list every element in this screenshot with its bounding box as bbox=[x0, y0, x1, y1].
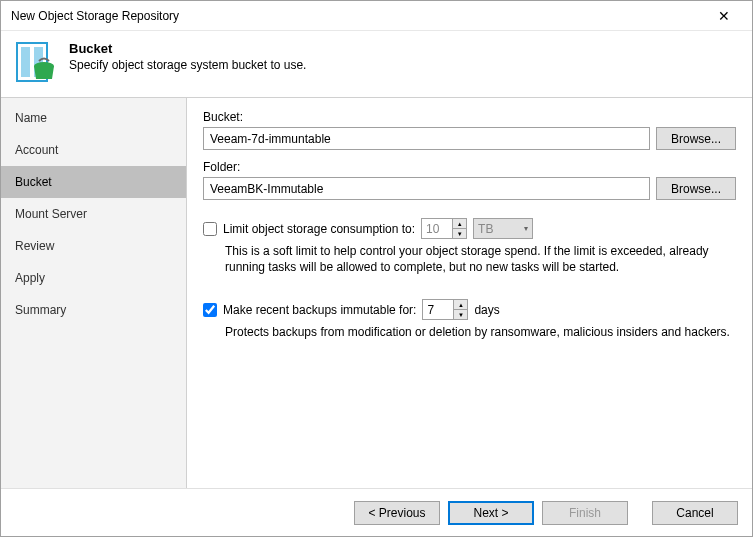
limit-unit-select[interactable]: TB ▾ bbox=[473, 218, 533, 239]
chevron-down-icon[interactable]: ▼ bbox=[454, 310, 467, 319]
wizard-sidebar: Name Account Bucket Mount Server Review … bbox=[1, 98, 187, 488]
folder-group: Folder: Browse... bbox=[203, 160, 736, 200]
limit-label: Limit object storage consumption to: bbox=[223, 222, 415, 236]
sidebar-item-name[interactable]: Name bbox=[1, 102, 186, 134]
sidebar-item-mount-server[interactable]: Mount Server bbox=[1, 198, 186, 230]
bucket-label: Bucket: bbox=[203, 110, 736, 124]
immutable-checkbox[interactable] bbox=[203, 303, 217, 317]
sidebar-item-account[interactable]: Account bbox=[1, 134, 186, 166]
folder-label: Folder: bbox=[203, 160, 736, 174]
header-text: Bucket Specify object storage system buc… bbox=[69, 41, 306, 72]
bucket-input[interactable] bbox=[203, 127, 650, 150]
dialog-window: New Object Storage Repository ✕ Bucket S… bbox=[0, 0, 753, 537]
sidebar-item-apply[interactable]: Apply bbox=[1, 262, 186, 294]
immutable-unit: days bbox=[474, 303, 499, 317]
header-desc: Specify object storage system bucket to … bbox=[69, 58, 306, 72]
limit-help-text: This is a soft limit to help control you… bbox=[225, 243, 736, 275]
immutable-spinner[interactable]: ▲ ▼ bbox=[422, 299, 468, 320]
sidebar-item-bucket[interactable]: Bucket bbox=[1, 166, 186, 198]
immutable-spinner-buttons[interactable]: ▲ ▼ bbox=[453, 300, 467, 319]
limit-spinner-buttons[interactable]: ▲ ▼ bbox=[452, 219, 466, 238]
immutable-label: Make recent backups immutable for: bbox=[223, 303, 416, 317]
window-title: New Object Storage Repository bbox=[11, 9, 704, 23]
chevron-up-icon[interactable]: ▲ bbox=[454, 300, 467, 310]
immutable-value[interactable] bbox=[423, 300, 453, 319]
immutable-section: Make recent backups immutable for: ▲ ▼ d… bbox=[203, 291, 736, 340]
previous-button[interactable]: < Previous bbox=[354, 501, 440, 525]
sidebar-item-review[interactable]: Review bbox=[1, 230, 186, 262]
svg-rect-1 bbox=[21, 47, 30, 77]
chevron-down-icon: ▾ bbox=[524, 224, 528, 233]
chevron-down-icon[interactable]: ▼ bbox=[453, 229, 466, 238]
main-panel: Bucket: Browse... Folder: Browse... Limi… bbox=[187, 98, 752, 488]
titlebar: New Object Storage Repository ✕ bbox=[1, 1, 752, 31]
limit-section: Limit object storage consumption to: ▲ ▼… bbox=[203, 210, 736, 275]
finish-button: Finish bbox=[542, 501, 628, 525]
bucket-group: Bucket: Browse... bbox=[203, 110, 736, 150]
close-icon: ✕ bbox=[718, 8, 730, 24]
cancel-button[interactable]: Cancel bbox=[652, 501, 738, 525]
folder-input[interactable] bbox=[203, 177, 650, 200]
header-title: Bucket bbox=[69, 41, 306, 56]
sidebar-item-summary[interactable]: Summary bbox=[1, 294, 186, 326]
close-button[interactable]: ✕ bbox=[704, 2, 744, 30]
bucket-icon bbox=[15, 41, 57, 83]
dialog-body: Name Account Bucket Mount Server Review … bbox=[1, 97, 752, 488]
limit-spinner[interactable]: ▲ ▼ bbox=[421, 218, 467, 239]
dialog-footer: < Previous Next > Finish Cancel bbox=[1, 488, 752, 536]
folder-browse-button[interactable]: Browse... bbox=[656, 177, 736, 200]
bucket-browse-button[interactable]: Browse... bbox=[656, 127, 736, 150]
chevron-up-icon[interactable]: ▲ bbox=[453, 219, 466, 229]
limit-value[interactable] bbox=[422, 219, 452, 238]
immutable-help-text: Protects backups from modification or de… bbox=[225, 324, 736, 340]
limit-unit-label: TB bbox=[478, 222, 493, 236]
limit-checkbox[interactable] bbox=[203, 222, 217, 236]
next-button[interactable]: Next > bbox=[448, 501, 534, 525]
dialog-header: Bucket Specify object storage system buc… bbox=[1, 31, 752, 97]
